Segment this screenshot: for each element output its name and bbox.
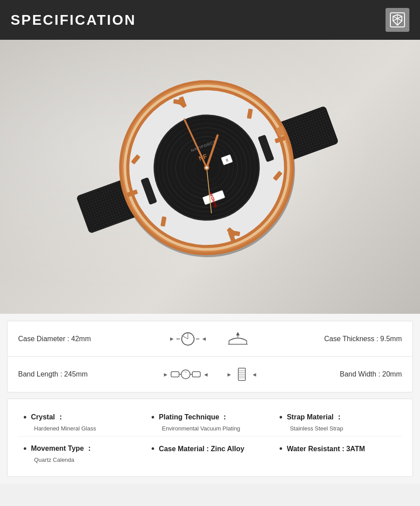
- spec-water-resistant: Water Resistant : 3ATM: [274, 444, 402, 457]
- band-length-icon-svg: [170, 366, 201, 382]
- spec-row-case: Case Diameter : 42mm ► ◄: [8, 321, 412, 357]
- specs-details: Crystal ： Hardened Mineral Glass Plating…: [7, 399, 413, 477]
- spec-strap: Strap Material ： Stainless Steel Strap: [274, 412, 402, 432]
- spec-movement: Movement Type ： Quartz Calenda: [18, 444, 146, 463]
- watch-container: NAVIFORCE SUNDAY 8 NF: [55, 53, 365, 301]
- plating-title: Plating Technique ：: [151, 412, 268, 422]
- strap-value: Stainless Steel Strap: [279, 425, 397, 432]
- svg-rect-68: [192, 372, 200, 377]
- specs-measurements-table: Case Diameter : 42mm ► ◄: [7, 321, 413, 392]
- diameter-icon-svg: [176, 331, 199, 347]
- thickness-icon: [225, 331, 251, 347]
- svg-marker-62: [236, 332, 240, 335]
- thickness-icon-svg: [225, 331, 251, 347]
- band-length-label: Band Length : 245mm: [18, 370, 107, 378]
- svg-point-69: [181, 370, 190, 379]
- specs-detail-row-2: Movement Type ： Quartz Calenda Case Mate…: [18, 437, 402, 468]
- brand-logo: [386, 8, 409, 32]
- watch-image-section: NAVIFORCE SUNDAY 8 NF: [0, 40, 420, 314]
- band-width-icon-svg: [234, 366, 250, 382]
- case-material-title: Case Material : Zinc Alloy: [151, 444, 268, 454]
- spec-icons-case: ► ◄: [107, 331, 313, 347]
- strap-title: Strap Material ：: [279, 412, 397, 422]
- spec-crystal: Crystal ： Hardened Mineral Glass: [18, 412, 146, 432]
- spec-plating: Plating Technique ： Environmental Vacuum…: [146, 412, 274, 432]
- water-resistant-title: Water Resistant : 3ATM: [279, 444, 397, 454]
- svg-line-60: [182, 335, 188, 339]
- plating-value: Environmental Vacuum Plating: [151, 425, 268, 432]
- spec-row-band: Band Length : 245mm ► ◄: [8, 357, 412, 392]
- band-length-icon: ► ◄: [163, 366, 209, 382]
- svg-line-72: [185, 372, 187, 373]
- page-title: SPECIFICATION: [11, 12, 136, 28]
- spec-case-material: Case Material : Zinc Alloy: [146, 444, 274, 457]
- svg-rect-67: [171, 372, 179, 377]
- case-thickness-label: Case Thickness : 9.5mm: [313, 335, 402, 343]
- band-width-icon: ► ◄: [226, 366, 257, 382]
- crystal-value: Hardened Mineral Glass: [23, 425, 141, 432]
- crystal-title: Crystal ：: [23, 412, 141, 422]
- movement-value: Quartz Calenda: [23, 457, 141, 463]
- spec-icons-band: ► ◄ ►: [107, 366, 313, 382]
- specs-detail-row-1: Crystal ： Hardened Mineral Glass Plating…: [18, 408, 402, 437]
- movement-title: Movement Type ：: [23, 444, 141, 454]
- page-header: SPECIFICATION: [0, 0, 420, 40]
- band-width-label: Band Width : 20mm: [313, 370, 402, 378]
- watch-face-icon: ► ◄: [169, 331, 207, 347]
- specs-section: Case Diameter : 42mm ► ◄: [0, 314, 420, 484]
- case-diameter-label: Case Diameter : 42mm: [18, 335, 107, 343]
